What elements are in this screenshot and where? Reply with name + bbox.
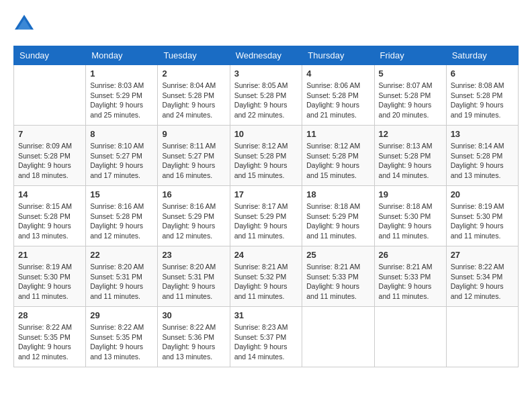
day-number: 7 [18, 129, 81, 139]
day-info: Sunrise: 8:18 AM Sunset: 5:30 PM Dayligh… [379, 201, 442, 241]
day-info: Sunrise: 8:13 AM Sunset: 5:28 PM Dayligh… [379, 141, 442, 181]
day-number: 12 [379, 129, 442, 139]
calendar-cell: 25Sunrise: 8:21 AM Sunset: 5:33 PM Dayli… [302, 246, 374, 307]
day-info: Sunrise: 8:03 AM Sunset: 5:29 PM Dayligh… [90, 81, 153, 120]
week-row-4: 21Sunrise: 8:19 AM Sunset: 5:30 PM Dayli… [14, 246, 519, 307]
calendar-cell: 27Sunrise: 8:22 AM Sunset: 5:34 PM Dayli… [446, 246, 518, 307]
calendar-cell: 5Sunrise: 8:07 AM Sunset: 5:28 PM Daylig… [374, 65, 446, 126]
day-info: Sunrise: 8:19 AM Sunset: 5:30 PM Dayligh… [451, 201, 514, 241]
day-number: 31 [234, 310, 298, 320]
day-info: Sunrise: 8:10 AM Sunset: 5:27 PM Dayligh… [90, 141, 153, 181]
calendar-cell: 11Sunrise: 8:12 AM Sunset: 5:28 PM Dayli… [302, 126, 374, 186]
day-info: Sunrise: 8:23 AM Sunset: 5:37 PM Dayligh… [234, 322, 298, 362]
day-number: 29 [90, 310, 153, 320]
calendar-cell: 10Sunrise: 8:12 AM Sunset: 5:28 PM Dayli… [230, 126, 302, 186]
day-number: 6 [451, 68, 514, 79]
day-info: Sunrise: 8:20 AM Sunset: 5:31 PM Dayligh… [90, 262, 153, 302]
calendar-cell: 30Sunrise: 8:22 AM Sunset: 5:36 PM Dayli… [158, 307, 230, 367]
day-number: 14 [18, 189, 81, 199]
calendar-cell: 20Sunrise: 8:19 AM Sunset: 5:30 PM Dayli… [446, 186, 518, 246]
day-number: 10 [234, 129, 298, 139]
calendar-cell: 22Sunrise: 8:20 AM Sunset: 5:31 PM Dayli… [86, 246, 158, 307]
day-info: Sunrise: 8:04 AM Sunset: 5:28 PM Dayligh… [162, 81, 225, 120]
weekday-header-friday: Friday [374, 46, 446, 65]
day-info: Sunrise: 8:21 AM Sunset: 5:32 PM Dayligh… [234, 262, 298, 302]
weekday-header-row: SundayMondayTuesdayWednesdayThursdayFrid… [14, 46, 519, 65]
logo-icon [13, 13, 35, 35]
calendar-cell [446, 307, 518, 367]
day-info: Sunrise: 8:08 AM Sunset: 5:28 PM Dayligh… [451, 81, 514, 120]
calendar-cell: 8Sunrise: 8:10 AM Sunset: 5:27 PM Daylig… [86, 126, 158, 186]
day-number: 5 [379, 68, 442, 79]
day-info: Sunrise: 8:12 AM Sunset: 5:28 PM Dayligh… [234, 141, 298, 181]
calendar-cell: 19Sunrise: 8:18 AM Sunset: 5:30 PM Dayli… [374, 186, 446, 246]
week-row-3: 14Sunrise: 8:15 AM Sunset: 5:28 PM Dayli… [14, 186, 519, 246]
day-info: Sunrise: 8:11 AM Sunset: 5:27 PM Dayligh… [162, 141, 225, 181]
day-info: Sunrise: 8:21 AM Sunset: 5:33 PM Dayligh… [379, 262, 442, 302]
weekday-header-monday: Monday [86, 46, 158, 65]
calendar-cell: 14Sunrise: 8:15 AM Sunset: 5:28 PM Dayli… [14, 186, 86, 246]
day-number: 28 [18, 310, 81, 320]
day-number: 17 [234, 189, 298, 199]
day-info: Sunrise: 8:16 AM Sunset: 5:29 PM Dayligh… [162, 201, 225, 241]
day-number: 23 [162, 250, 225, 260]
calendar-cell: 7Sunrise: 8:09 AM Sunset: 5:28 PM Daylig… [14, 126, 86, 186]
calendar-cell: 4Sunrise: 8:06 AM Sunset: 5:28 PM Daylig… [302, 65, 374, 126]
calendar-cell: 6Sunrise: 8:08 AM Sunset: 5:28 PM Daylig… [446, 65, 518, 126]
calendar-cell: 1Sunrise: 8:03 AM Sunset: 5:29 PM Daylig… [86, 65, 158, 126]
day-number: 16 [162, 189, 225, 199]
day-info: Sunrise: 8:17 AM Sunset: 5:29 PM Dayligh… [234, 201, 298, 241]
day-number: 25 [306, 250, 369, 260]
calendar-cell: 16Sunrise: 8:16 AM Sunset: 5:29 PM Dayli… [158, 186, 230, 246]
logo [13, 13, 38, 35]
day-number: 3 [234, 68, 298, 79]
day-number: 19 [379, 189, 442, 199]
day-number: 15 [90, 189, 153, 199]
day-info: Sunrise: 8:07 AM Sunset: 5:28 PM Dayligh… [379, 81, 442, 120]
day-number: 30 [162, 310, 225, 320]
calendar-cell: 17Sunrise: 8:17 AM Sunset: 5:29 PM Dayli… [230, 186, 302, 246]
day-info: Sunrise: 8:05 AM Sunset: 5:28 PM Dayligh… [234, 81, 298, 120]
day-number: 1 [90, 68, 153, 79]
day-info: Sunrise: 8:12 AM Sunset: 5:28 PM Dayligh… [306, 141, 369, 181]
day-info: Sunrise: 8:06 AM Sunset: 5:28 PM Dayligh… [306, 81, 369, 120]
day-number: 2 [162, 68, 225, 79]
page-header [13, 13, 519, 35]
week-row-2: 7Sunrise: 8:09 AM Sunset: 5:28 PM Daylig… [14, 126, 519, 186]
day-number: 18 [306, 189, 369, 199]
calendar-cell: 24Sunrise: 8:21 AM Sunset: 5:32 PM Dayli… [230, 246, 302, 307]
day-info: Sunrise: 8:16 AM Sunset: 5:28 PM Dayligh… [90, 201, 153, 241]
day-number: 13 [451, 129, 514, 139]
day-number: 22 [90, 250, 153, 260]
day-info: Sunrise: 8:22 AM Sunset: 5:36 PM Dayligh… [162, 322, 225, 362]
day-info: Sunrise: 8:22 AM Sunset: 5:34 PM Dayligh… [451, 262, 514, 302]
weekday-header-tuesday: Tuesday [158, 46, 230, 65]
day-info: Sunrise: 8:21 AM Sunset: 5:33 PM Dayligh… [306, 262, 369, 302]
calendar-cell: 29Sunrise: 8:22 AM Sunset: 5:35 PM Dayli… [86, 307, 158, 367]
weekday-header-sunday: Sunday [14, 46, 86, 65]
day-number: 21 [18, 250, 81, 260]
day-info: Sunrise: 8:22 AM Sunset: 5:35 PM Dayligh… [18, 322, 81, 362]
calendar-cell: 2Sunrise: 8:04 AM Sunset: 5:28 PM Daylig… [158, 65, 230, 126]
week-row-1: 1Sunrise: 8:03 AM Sunset: 5:29 PM Daylig… [14, 65, 519, 126]
day-number: 26 [379, 250, 442, 260]
calendar-cell: 13Sunrise: 8:14 AM Sunset: 5:28 PM Dayli… [446, 126, 518, 186]
day-info: Sunrise: 8:19 AM Sunset: 5:30 PM Dayligh… [18, 262, 81, 302]
day-info: Sunrise: 8:18 AM Sunset: 5:29 PM Dayligh… [306, 201, 369, 241]
calendar-cell [302, 307, 374, 367]
weekday-header-thursday: Thursday [302, 46, 374, 65]
calendar-cell [374, 307, 446, 367]
calendar-cell: 12Sunrise: 8:13 AM Sunset: 5:28 PM Dayli… [374, 126, 446, 186]
weekday-header-saturday: Saturday [446, 46, 518, 65]
day-info: Sunrise: 8:20 AM Sunset: 5:31 PM Dayligh… [162, 262, 225, 302]
day-info: Sunrise: 8:15 AM Sunset: 5:28 PM Dayligh… [18, 201, 81, 241]
calendar-cell: 18Sunrise: 8:18 AM Sunset: 5:29 PM Dayli… [302, 186, 374, 246]
calendar-cell: 31Sunrise: 8:23 AM Sunset: 5:37 PM Dayli… [230, 307, 302, 367]
calendar-cell: 23Sunrise: 8:20 AM Sunset: 5:31 PM Dayli… [158, 246, 230, 307]
calendar-cell: 9Sunrise: 8:11 AM Sunset: 5:27 PM Daylig… [158, 126, 230, 186]
calendar-cell: 28Sunrise: 8:22 AM Sunset: 5:35 PM Dayli… [14, 307, 86, 367]
calendar-cell: 26Sunrise: 8:21 AM Sunset: 5:33 PM Dayli… [374, 246, 446, 307]
calendar-cell [14, 65, 86, 126]
calendar-cell: 21Sunrise: 8:19 AM Sunset: 5:30 PM Dayli… [14, 246, 86, 307]
weekday-header-wednesday: Wednesday [230, 46, 302, 65]
